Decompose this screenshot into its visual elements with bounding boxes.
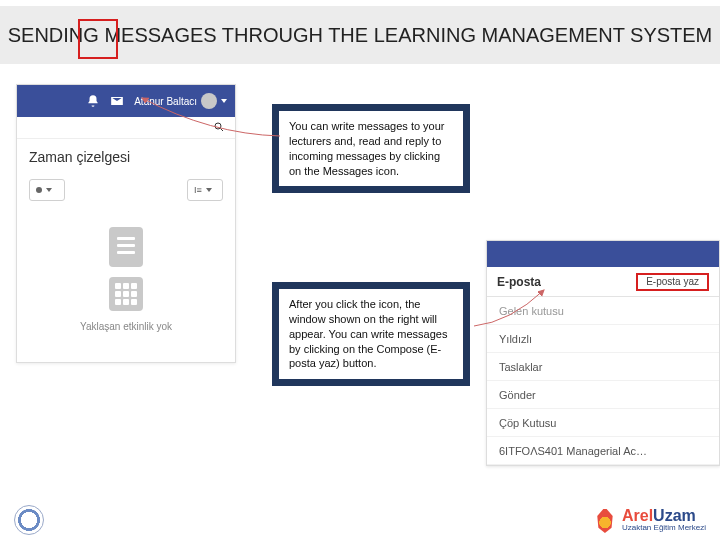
arrow-to-mail-icon xyxy=(130,86,290,146)
callout-compose: After you click the icon, the window sho… xyxy=(278,288,464,380)
email-topbar xyxy=(487,241,719,267)
document-icon xyxy=(109,227,143,267)
red-highlight-box xyxy=(78,19,118,59)
email-panel: E-posta E-posta yaz Gelen kutusu Yıldızl… xyxy=(486,240,720,466)
folder-item[interactable]: Çöp Kutusu xyxy=(487,409,719,437)
empty-text: Yaklaşan etkinlik yok xyxy=(80,321,172,332)
footer: ArelUzam Uzaktan Eğitim Merkezi xyxy=(0,500,720,540)
arrow-to-compose xyxy=(470,282,550,332)
compose-button[interactable]: E-posta yaz xyxy=(636,273,709,291)
timeline-heading: Zaman çizelgesi xyxy=(29,149,223,165)
brand-subtitle: Uzaktan Eğitim Merkezi xyxy=(622,524,706,532)
folder-item[interactable]: 6ITFOΛS401 Managerial Ac… xyxy=(487,437,719,465)
lms-body: Zaman çizelgesi I≡ Yaklaşan etkinlik yok xyxy=(17,139,235,362)
sort-chip[interactable]: I≡ xyxy=(187,179,223,201)
filter-chip[interactable] xyxy=(29,179,65,201)
brand-text: ArelUzam Uzaktan Eğitim Merkezi xyxy=(622,508,706,532)
folder-item[interactable]: Gönder xyxy=(487,381,719,409)
timeline-empty-state: Yaklaşan etkinlik yok xyxy=(29,227,223,352)
brand-logo: ArelUzam Uzaktan Eğitim Merkezi xyxy=(594,507,706,533)
folder-item[interactable]: Taslaklar xyxy=(487,353,719,381)
calendar-icon xyxy=(109,277,143,311)
mail-icon[interactable] xyxy=(110,94,124,108)
brand-prefix: Arel xyxy=(622,507,653,524)
callout-text: After you click the icon, the window sho… xyxy=(289,298,447,369)
timeline-controls: I≡ xyxy=(29,179,223,201)
bell-icon[interactable] xyxy=(86,94,100,108)
brand-suffix: Uzam xyxy=(653,507,696,524)
flame-icon xyxy=(594,507,616,533)
callout-messages: You can write messages to your lecturers… xyxy=(278,110,464,187)
callout-text: You can write messages to your lecturers… xyxy=(289,120,445,177)
seal-logo xyxy=(14,505,44,535)
